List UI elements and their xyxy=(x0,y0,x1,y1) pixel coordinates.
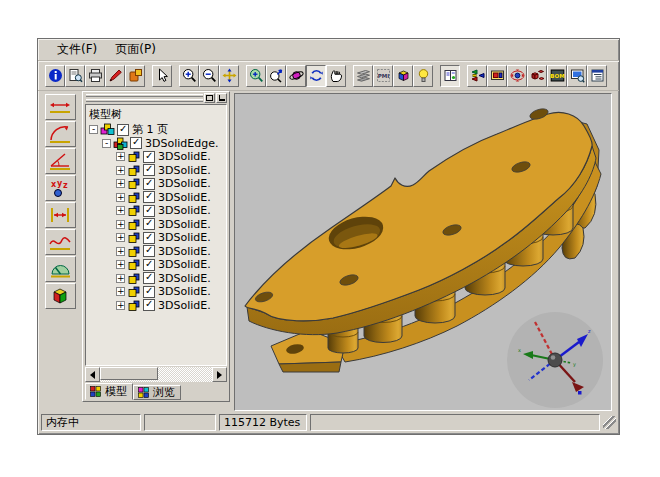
scrollbar-track[interactable] xyxy=(100,367,212,382)
model-tree[interactable]: 模型树 第 1 页 3DSolidEdge. 3DSolidE. 3DSolid… xyxy=(85,104,227,366)
toolbar-separator xyxy=(172,65,179,87)
tree-node-label: 3DSolidE. xyxy=(158,218,211,231)
linear-dimension-button[interactable] xyxy=(45,94,76,120)
expander-icon[interactable] xyxy=(116,152,125,161)
preview-window-button[interactable] xyxy=(567,65,587,87)
expander-icon[interactable] xyxy=(116,287,125,296)
print-button[interactable] xyxy=(85,65,105,87)
bom-button[interactable]: BOM xyxy=(547,65,567,87)
tree-node-part[interactable]: 3DSolidE. xyxy=(86,191,226,205)
expander-icon[interactable] xyxy=(116,193,125,202)
edit-pen-button[interactable] xyxy=(105,65,125,87)
checkbox[interactable] xyxy=(143,299,155,311)
checkbox[interactable] xyxy=(143,218,155,230)
tab-model[interactable]: 模型 xyxy=(85,383,133,400)
tree-node-part[interactable]: 3DSolidE. xyxy=(86,245,226,259)
tab-browse[interactable]: 浏览 xyxy=(133,385,181,400)
shaded-view-button[interactable] xyxy=(393,65,413,87)
viewport-canvas[interactable]: y z x xyxy=(235,94,611,410)
tree-node-assembly[interactable]: 3DSolidEdge. xyxy=(86,137,226,151)
modules-icon xyxy=(470,68,485,83)
panel-grip[interactable] xyxy=(83,92,229,103)
view-config-button[interactable] xyxy=(487,65,507,87)
expander-icon[interactable] xyxy=(116,206,125,215)
checkbox[interactable] xyxy=(143,151,155,163)
coordinate-dimension-button[interactable]: xyz xyxy=(45,175,76,201)
open-preview-button[interactable] xyxy=(65,65,85,87)
scroll-right-button[interactable] xyxy=(212,367,227,382)
hand-pan-button[interactable] xyxy=(326,65,346,87)
modules-button[interactable] xyxy=(467,65,487,87)
menu-page[interactable]: 页面(P) xyxy=(106,39,165,60)
tree-node-part[interactable]: 3DSolidE. xyxy=(86,150,226,164)
expander-icon[interactable] xyxy=(116,301,125,310)
checkbox[interactable] xyxy=(117,124,129,136)
tree-node-part[interactable]: 3DSolidE. xyxy=(86,218,226,232)
checkbox[interactable] xyxy=(143,164,155,176)
resize-grip[interactable] xyxy=(603,416,616,429)
about-button[interactable] xyxy=(45,65,65,87)
light-button[interactable] xyxy=(413,65,433,87)
checkbox[interactable] xyxy=(143,259,155,271)
tree-node-part[interactable]: 3DSolidE. xyxy=(86,177,226,191)
distance-dimension-button[interactable] xyxy=(45,202,76,228)
expander-icon[interactable] xyxy=(116,247,125,256)
expander-icon[interactable] xyxy=(102,139,111,148)
checkbox[interactable] xyxy=(143,286,155,298)
zoom-out-button[interactable] xyxy=(199,65,219,87)
tree-node-part[interactable]: 3DSolidE. xyxy=(86,285,226,299)
checkbox[interactable] xyxy=(143,178,155,190)
tree-node-part[interactable]: 3DSolidE. xyxy=(86,258,226,272)
tree-node-page[interactable]: 第 1 页 xyxy=(86,123,226,137)
part-node-icon xyxy=(127,285,141,298)
tree-horizontal-scrollbar[interactable] xyxy=(85,367,227,382)
orbit-button[interactable] xyxy=(286,65,306,87)
tree-node-part[interactable]: 3DSolidE. xyxy=(86,231,226,245)
zoom-dynamic-button[interactable] xyxy=(266,65,286,87)
expander-icon[interactable] xyxy=(116,260,125,269)
box-3d-button[interactable] xyxy=(45,283,76,309)
checkbox[interactable] xyxy=(130,137,142,149)
scrollbar-thumb[interactable] xyxy=(100,367,158,380)
toolbar-separator xyxy=(145,65,152,87)
expander-icon[interactable] xyxy=(116,166,125,175)
tree-node-part[interactable]: 3DSolidE. xyxy=(86,272,226,286)
panel-float-button[interactable] xyxy=(204,93,215,103)
scroll-left-button[interactable] xyxy=(85,367,100,382)
gauge-button[interactable] xyxy=(45,256,76,282)
menu-file[interactable]: 文件(F) xyxy=(48,39,106,60)
tree-window-button[interactable] xyxy=(587,65,607,87)
color-settings-icon xyxy=(128,68,143,83)
tree-node-part[interactable]: 3DSolidE. xyxy=(86,164,226,178)
checkbox[interactable] xyxy=(143,191,155,203)
tree-node-part[interactable]: 3DSolidE. xyxy=(86,204,226,218)
checkbox[interactable] xyxy=(143,245,155,257)
browser-panel-button[interactable] xyxy=(440,65,460,87)
select-button[interactable] xyxy=(152,65,172,87)
zoom-in-button[interactable] xyxy=(179,65,199,87)
expander-icon[interactable] xyxy=(116,233,125,242)
angle-dimension-button[interactable] xyxy=(45,148,76,174)
radius-dimension-button[interactable] xyxy=(45,121,76,147)
part-node-icon xyxy=(127,191,141,204)
panel-collapse-button[interactable] xyxy=(216,93,227,103)
zoom-window-button[interactable] xyxy=(246,65,266,87)
viewport[interactable]: y z x xyxy=(234,93,612,411)
expander-icon[interactable] xyxy=(116,220,125,229)
rotate-views-button[interactable] xyxy=(507,65,527,87)
tree-node-part[interactable]: 3DSolidE. xyxy=(86,299,226,313)
zoom-dynamic-icon xyxy=(269,68,284,83)
checkbox[interactable] xyxy=(143,205,155,217)
layers-button[interactable] xyxy=(353,65,373,87)
checkbox[interactable] xyxy=(143,272,155,284)
expander-icon[interactable] xyxy=(116,274,125,283)
pmi-button[interactable]: PMI xyxy=(373,65,393,87)
pan-button[interactable] xyxy=(219,65,239,87)
checkbox[interactable] xyxy=(143,232,155,244)
refresh-button[interactable] xyxy=(306,65,326,87)
color-settings-button[interactable] xyxy=(125,65,145,87)
expander-icon[interactable] xyxy=(116,179,125,188)
expander-icon[interactable] xyxy=(89,125,98,134)
curve-dimension-button[interactable] xyxy=(45,229,76,255)
explode-button[interactable] xyxy=(527,65,547,87)
